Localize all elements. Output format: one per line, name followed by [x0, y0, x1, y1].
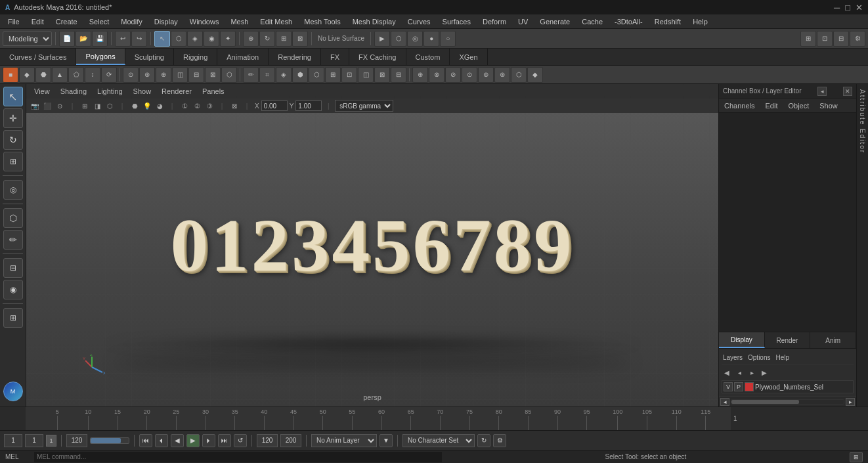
- grid-btn[interactable]: ⊞: [800, 31, 816, 47]
- layer-row[interactable]: V P Plywood_Numbers_Sel: [722, 380, 854, 393]
- vi-shadow[interactable]: ◕: [154, 100, 165, 112]
- menu-help[interactable]: Help: [687, 16, 713, 27]
- menu-modify[interactable]: Modify: [116, 16, 147, 27]
- layer-prev-btn[interactable]: ◀: [722, 367, 732, 378]
- layer-options-menu[interactable]: Options: [748, 354, 770, 361]
- move-tool-left[interactable]: ✛: [3, 108, 23, 128]
- layer-tool[interactable]: ⊞: [3, 308, 23, 328]
- panel-pin-btn[interactable]: ✕: [843, 87, 852, 96]
- vi-sync[interactable]: ⊙: [54, 100, 66, 112]
- mesh-icon8[interactable]: ⊙: [123, 67, 139, 83]
- timeline-track[interactable]: 5101520253035404550556065707580859095100…: [26, 407, 730, 430]
- tab-rendering[interactable]: Rendering: [269, 49, 321, 65]
- settings2-btn[interactable]: ⚙: [493, 434, 506, 447]
- mesh-icon32[interactable]: ◆: [527, 67, 543, 83]
- mesh-icon3[interactable]: ⬣: [35, 67, 51, 83]
- layer-playback[interactable]: P: [734, 382, 743, 391]
- panel-expand-btn[interactable]: ◂: [817, 87, 827, 96]
- vp-menu-renderer[interactable]: Renderer: [158, 87, 196, 96]
- mesh-icon9[interactable]: ⊛: [139, 67, 155, 83]
- attribute-editor-strip[interactable]: Attribute Editor: [856, 84, 868, 407]
- mesh-icon17[interactable]: ◈: [276, 67, 292, 83]
- max-frame-input[interactable]: [280, 434, 301, 447]
- cb-edit[interactable]: Edit: [762, 101, 780, 110]
- vi-wire[interactable]: ⬡: [104, 100, 116, 112]
- close-button[interactable]: ✕: [856, 3, 863, 12]
- undo-button[interactable]: ↩: [115, 31, 131, 47]
- redo-button[interactable]: ↪: [131, 31, 147, 47]
- tab-fx-caching[interactable]: FX Caching: [349, 49, 406, 65]
- mesh-icon7[interactable]: ⟳: [101, 67, 117, 83]
- menu-cache[interactable]: Cache: [576, 16, 608, 27]
- new-button[interactable]: 📄: [59, 31, 75, 47]
- cb-show[interactable]: Show: [817, 101, 840, 110]
- layer-next2-btn[interactable]: ▶: [759, 367, 770, 378]
- vi-xray[interactable]: ⊠: [228, 100, 240, 112]
- menu-deform[interactable]: Deform: [477, 16, 511, 27]
- vi-light[interactable]: 💡: [141, 100, 153, 112]
- vp-menu-lighting[interactable]: Lighting: [93, 87, 127, 96]
- render-btn2[interactable]: ⬡: [391, 31, 406, 47]
- vp-menu-show[interactable]: Show: [129, 87, 156, 96]
- goto-end-btn[interactable]: ⏭: [218, 434, 231, 447]
- mesh-icon13[interactable]: ⊠: [205, 67, 221, 83]
- vp-menu-shading[interactable]: Shading: [56, 87, 91, 96]
- mesh-icon2[interactable]: ◆: [19, 67, 35, 83]
- anim-layer-dropdown[interactable]: No Anim Layer: [311, 434, 377, 447]
- tab-sculpting[interactable]: Sculpting: [125, 49, 174, 65]
- cb-object[interactable]: Object: [785, 101, 812, 110]
- mesh-icon4[interactable]: ▲: [52, 67, 68, 83]
- move-tool[interactable]: ⊕: [243, 31, 259, 47]
- vp-menu-view[interactable]: View: [30, 87, 54, 96]
- mesh-icon16[interactable]: ⌗: [259, 67, 275, 83]
- vi-x-input[interactable]: [261, 100, 288, 111]
- goto-start-btn[interactable]: ⏮: [139, 434, 152, 447]
- soft-button[interactable]: ◉: [204, 31, 219, 47]
- mesh-icon24[interactable]: ⊟: [391, 67, 406, 83]
- menu-uv[interactable]: UV: [513, 16, 533, 27]
- mesh-icon5[interactable]: ⬠: [68, 67, 84, 83]
- vi-y-input[interactable]: [295, 100, 322, 111]
- layer-next-btn[interactable]: ▸: [747, 367, 757, 378]
- open-button[interactable]: 📂: [76, 31, 91, 47]
- loop-btn[interactable]: ↺: [234, 434, 247, 447]
- tab-display[interactable]: Display: [719, 332, 765, 348]
- menu-edit-mesh[interactable]: Edit Mesh: [255, 16, 297, 27]
- render-btn1[interactable]: ▶: [374, 31, 390, 47]
- mesh-icon30[interactable]: ⊛: [494, 67, 510, 83]
- mesh-icon22[interactable]: ◫: [358, 67, 374, 83]
- scrollbar-track[interactable]: [731, 399, 844, 405]
- menu-generate[interactable]: Generate: [534, 16, 575, 27]
- universal-tool[interactable]: ⊠: [292, 31, 308, 47]
- mesh-icon11[interactable]: ◫: [172, 67, 188, 83]
- scale-tool[interactable]: ⊞: [276, 31, 292, 47]
- mesh-icon15[interactable]: ✏: [243, 67, 259, 83]
- tab-render[interactable]: Render: [765, 332, 811, 348]
- rotate-tool[interactable]: ↻: [259, 31, 275, 47]
- mesh-icon19[interactable]: ⬡: [309, 67, 324, 83]
- mesh-icon26[interactable]: ⊗: [429, 67, 445, 83]
- mesh-icon23[interactable]: ⊠: [374, 67, 390, 83]
- play-fwd-btn[interactable]: ▶: [186, 434, 200, 447]
- layer-help-menu[interactable]: Help: [775, 354, 789, 361]
- scroll-left[interactable]: ◂: [720, 398, 729, 406]
- tab-fx[interactable]: FX: [321, 49, 349, 65]
- render-btn5[interactable]: ○: [440, 31, 456, 47]
- paint-tool[interactable]: ✏: [3, 230, 23, 250]
- mesh-icon1[interactable]: ■: [3, 67, 18, 83]
- menu-select[interactable]: Select: [84, 16, 115, 27]
- menu-surfaces[interactable]: Surfaces: [437, 16, 476, 27]
- current-frame-input[interactable]: [25, 434, 43, 447]
- menu-3dtall[interactable]: -3DtoAll-: [609, 16, 648, 27]
- minimize-button[interactable]: ─: [834, 3, 840, 12]
- char-set-btn[interactable]: ↻: [477, 434, 490, 447]
- workspace-dropdown[interactable]: Modeling: [3, 32, 52, 46]
- tab-custom[interactable]: Custom: [406, 49, 450, 65]
- tab-anim[interactable]: Anim: [810, 332, 856, 348]
- vp-menu-panels[interactable]: Panels: [198, 87, 228, 96]
- menu-display[interactable]: Display: [149, 16, 183, 27]
- snap-tool[interactable]: ◎: [3, 180, 23, 200]
- menu-windows[interactable]: Windows: [184, 16, 225, 27]
- render-btn3[interactable]: ◎: [407, 31, 423, 47]
- menu-curves[interactable]: Curves: [402, 16, 436, 27]
